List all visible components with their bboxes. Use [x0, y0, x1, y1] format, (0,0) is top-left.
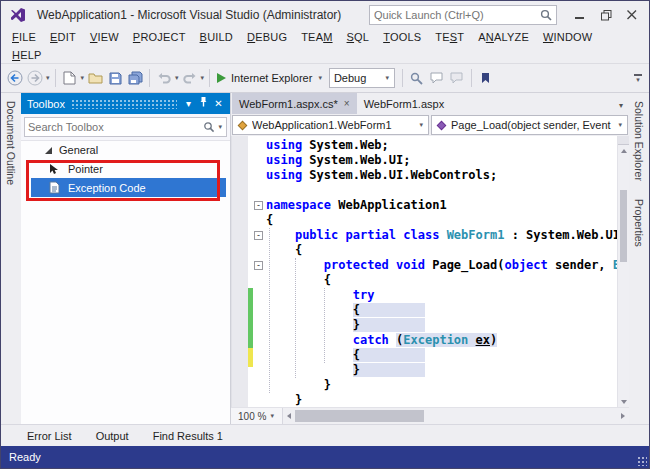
code-line[interactable]: {: [253, 273, 617, 288]
menu-item-tools[interactable]: TOOLS: [376, 29, 428, 47]
type-dropdown[interactable]: WebApplication1.WebForm1 ▾: [232, 115, 429, 135]
code-line[interactable]: using System.Web.UI;: [253, 153, 617, 168]
save-button[interactable]: [105, 67, 125, 89]
find-in-files-button[interactable]: [407, 67, 427, 89]
scroll-right-button[interactable]: [617, 408, 629, 424]
rail-tab-properties[interactable]: Properties: [633, 199, 645, 247]
chevron-down-icon[interactable]: ▾: [218, 123, 222, 131]
start-debug-button[interactable]: Internet Explorer ▾: [214, 67, 326, 89]
menu-item-project[interactable]: PROJECT: [126, 29, 193, 47]
uncomment-button[interactable]: [447, 67, 467, 89]
browser-chevron[interactable]: ▾: [318, 74, 322, 82]
menu-item-view[interactable]: VIEW: [83, 29, 126, 47]
menu-item-team[interactable]: TEAM: [294, 29, 339, 47]
undo-button[interactable]: [154, 67, 174, 89]
toolbox-header[interactable]: Toolbox ▾ ✕: [21, 93, 230, 114]
new-file-chevron[interactable]: ▾: [81, 74, 85, 82]
pin-icon[interactable]: [196, 93, 211, 114]
resize-grip[interactable]: [637, 456, 647, 466]
code-line[interactable]: }: [253, 318, 617, 333]
panel-tab-find-results-1[interactable]: Find Results 1: [153, 430, 223, 442]
code-line[interactable]: using System.Web.UI.WebControls;: [253, 168, 617, 183]
code-line[interactable]: [253, 183, 617, 198]
bookmark-button[interactable]: [476, 67, 496, 89]
zoom-control[interactable]: 100 % ▾: [231, 408, 283, 424]
menu-item-debug[interactable]: DEBUG: [240, 29, 294, 47]
maximize-button[interactable]: [593, 4, 619, 26]
code-line[interactable]: using System.Web;: [253, 138, 617, 153]
fold-toggle-icon[interactable]: -: [254, 231, 263, 240]
code-line[interactable]: }: [253, 378, 617, 393]
breakpoint-margin[interactable]: [232, 136, 248, 407]
vertical-scrollbar[interactable]: [617, 136, 629, 407]
nav-forward-button[interactable]: [25, 67, 45, 89]
tab-list-chevron[interactable]: ▾: [619, 101, 629, 114]
document-tab-webform1-aspx[interactable]: WebForm1.aspx: [357, 93, 452, 114]
panel-tab-output[interactable]: Output: [96, 430, 129, 442]
code-editor[interactable]: using System.Web;using System.Web.UI;usi…: [231, 136, 617, 407]
redo-button[interactable]: [180, 67, 200, 89]
menu-item-file[interactable]: FILE: [5, 29, 43, 47]
menu-item-window[interactable]: WINDOW: [536, 29, 599, 47]
code-token: ): [490, 333, 497, 347]
document-tab-webform1-aspx-cs[interactable]: WebForm1.aspx.cs*×: [232, 93, 357, 114]
open-file-button[interactable]: [85, 67, 105, 89]
code-line[interactable]: {: [253, 348, 617, 363]
code-line[interactable]: -namespace WebApplication1: [253, 198, 617, 213]
search-icon[interactable]: [203, 121, 215, 133]
menu-item-sql[interactable]: SQL: [340, 29, 377, 47]
rail-tab-solution-explorer[interactable]: Solution Explorer: [633, 101, 645, 181]
nav-back-button[interactable]: [5, 67, 25, 89]
toolbox-search[interactable]: ▾: [24, 117, 227, 137]
code-line[interactable]: - protected void Page_Load(object sender…: [253, 258, 617, 273]
scroll-left-button[interactable]: [283, 408, 295, 424]
fold-toggle-icon[interactable]: -: [254, 261, 263, 270]
panel-tab-error-list[interactable]: Error List: [27, 430, 72, 442]
save-all-button[interactable]: [125, 67, 145, 89]
undo-chevron[interactable]: ▾: [175, 74, 179, 82]
horizontal-scrollbar[interactable]: [295, 408, 617, 424]
toolbox-item-pointer[interactable]: Pointer: [31, 159, 226, 178]
comment-button[interactable]: [427, 67, 447, 89]
toolbox-group-general[interactable]: General: [21, 141, 230, 159]
code-line[interactable]: }: [253, 363, 617, 378]
close-icon[interactable]: ×: [344, 99, 350, 109]
quick-launch[interactable]: [369, 5, 557, 25]
code-line[interactable]: catch (Exception ex): [253, 333, 617, 348]
menu-item-help[interactable]: HELP: [5, 47, 49, 63]
search-icon[interactable]: [540, 9, 552, 21]
code-line[interactable]: try: [253, 288, 617, 303]
code-line[interactable]: {: [253, 213, 617, 228]
rail-tab-document-outline[interactable]: Document Outline: [5, 101, 17, 185]
quick-launch-input[interactable]: [374, 9, 540, 21]
scroll-up-button[interactable]: [618, 145, 629, 156]
scrollbar-track[interactable]: [618, 156, 629, 396]
member-dropdown[interactable]: Page_Load(object sender, Event ▾: [431, 115, 628, 135]
code-line[interactable]: {: [253, 303, 617, 318]
code-lines[interactable]: using System.Web;using System.Web.UI;usi…: [253, 136, 617, 407]
scrollbar-splitter[interactable]: [618, 136, 629, 145]
redo-chevron[interactable]: ▾: [201, 74, 205, 82]
new-file-button[interactable]: [60, 67, 80, 89]
scrollbar-thumb[interactable]: [620, 190, 627, 262]
toolbox-item-exception-code[interactable]: Exception Code: [31, 178, 226, 197]
menu-item-edit[interactable]: EDIT: [43, 29, 83, 47]
toolbar-overflow-button[interactable]: ▾: [631, 67, 645, 89]
code-line[interactable]: }: [253, 393, 617, 407]
menu-item-test[interactable]: TEST: [428, 29, 471, 47]
drag-grip[interactable]: [71, 99, 177, 109]
menu-item-analyze[interactable]: ANALYZE: [471, 29, 536, 47]
fold-toggle-icon[interactable]: -: [254, 201, 263, 210]
scrollbar-thumb[interactable]: [295, 410, 424, 422]
close-icon[interactable]: ✕: [211, 93, 226, 114]
code-line[interactable]: {: [253, 243, 617, 258]
code-line[interactable]: - public partial class WebForm1 : System…: [253, 228, 617, 243]
minimize-button[interactable]: [567, 4, 593, 26]
close-button[interactable]: [619, 4, 645, 26]
scroll-down-button[interactable]: [618, 396, 629, 407]
solution-configuration-combo[interactable]: Debug ▾: [329, 68, 395, 88]
nav-history-chevron[interactable]: ▾: [46, 74, 50, 82]
toolbox-search-input[interactable]: [28, 121, 201, 133]
menu-item-build[interactable]: BUILD: [193, 29, 240, 47]
window-position-chevron[interactable]: ▾: [181, 93, 196, 114]
